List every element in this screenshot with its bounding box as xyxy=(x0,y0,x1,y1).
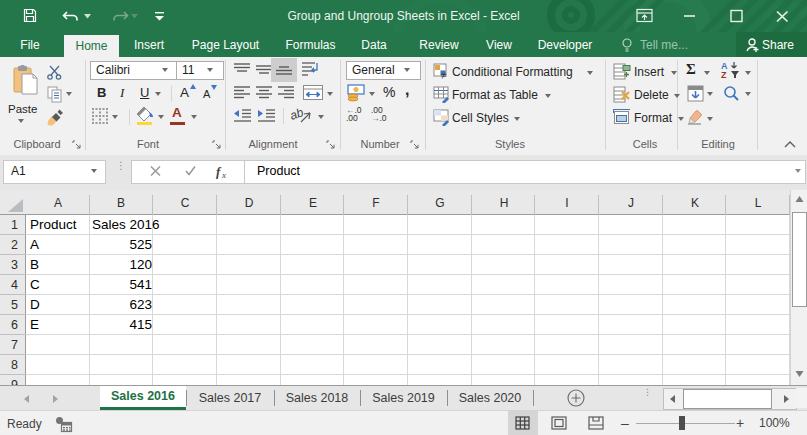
svg-text:x: x xyxy=(221,170,226,180)
svg-text:≠: ≠ xyxy=(441,70,447,80)
svg-text:Z: Z xyxy=(721,70,727,79)
